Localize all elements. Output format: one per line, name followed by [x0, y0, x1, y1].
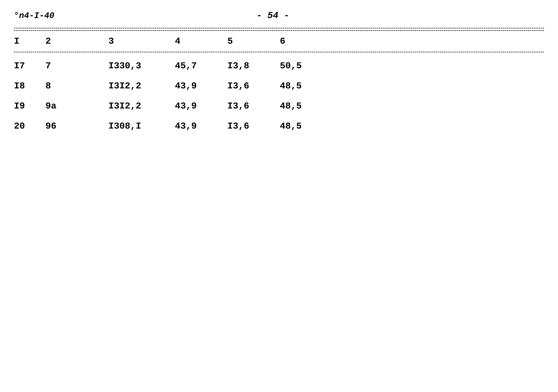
row2-col3: I3I2,2	[108, 81, 175, 91]
row3-col5: I3,6	[227, 101, 280, 111]
table-row: I9 9a I3I2,2 43,9 I3,6 48,5	[14, 96, 544, 116]
header-center-text: - 54 -	[257, 10, 289, 21]
row3-col1: I9	[14, 101, 45, 111]
row1-col1: I7	[14, 61, 45, 71]
row2-col1: I8	[14, 81, 45, 91]
table-row: I7 7 I330,3 45,7 I3,8 50,5	[14, 56, 544, 76]
row1-col4: 45,7	[175, 61, 227, 71]
row3-col4: 43,9	[175, 101, 227, 111]
row2-col6: 48,5	[280, 81, 332, 91]
row1-col6: 50,5	[280, 61, 332, 71]
col-header-2: 2	[45, 36, 108, 46]
header-left-text: °n4-I-40	[14, 11, 54, 20]
row2-col5: I3,6	[227, 81, 280, 91]
row4-col5: I3,6	[227, 121, 280, 131]
col-header-3: 3	[108, 36, 175, 46]
row3-col3: I3I2,2	[108, 101, 175, 111]
row4-col3: I308,I	[108, 121, 175, 131]
row4-col4: 43,9	[175, 121, 227, 131]
row1-col3: I330,3	[108, 61, 175, 71]
row3-col6: 48,5	[280, 101, 332, 111]
row3-col2: 9a	[45, 101, 108, 111]
row1-col5: I3,8	[227, 61, 280, 71]
table-row: 20 96 I308,I 43,9 I3,6 48,5	[14, 116, 544, 136]
column-header-section: I 2 3 4 5 6	[14, 30, 544, 52]
row4-col6: 48,5	[280, 121, 332, 131]
col-header-6: 6	[280, 36, 332, 46]
data-table: I 2 3 4 5 6 I7 7 I330,3 45,7 I3,8 50,5 I…	[14, 28, 544, 136]
row4-col2: 96	[45, 121, 108, 131]
row1-col2: 7	[45, 61, 108, 71]
page-header: °n4-I-40 - 54 -	[14, 10, 544, 21]
col-header-4: 4	[175, 36, 227, 46]
column-header-row: I 2 3 4 5 6	[14, 33, 544, 50]
row2-col2: 8	[45, 81, 108, 91]
col-header-1: I	[14, 36, 45, 46]
row4-col1: 20	[14, 121, 45, 131]
top-dashed-line	[14, 28, 544, 28]
col-header-5: 5	[227, 36, 280, 46]
row2-col4: 43,9	[175, 81, 227, 91]
table-row: I8 8 I3I2,2 43,9 I3,6 48,5	[14, 76, 544, 96]
